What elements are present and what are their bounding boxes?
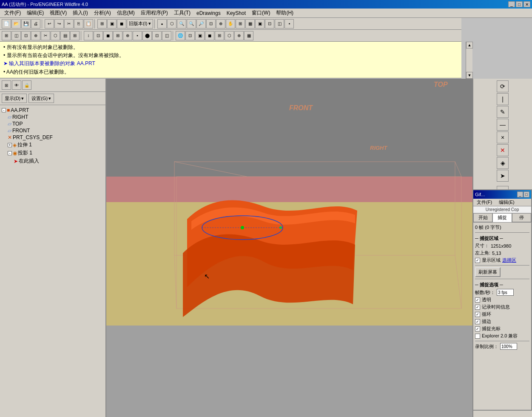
scroll-down[interactable]: ▼ [466, 72, 473, 79]
hidden-btn[interactable]: ▣ [107, 19, 117, 29]
t2-20[interactable]: ▣ [195, 31, 205, 40]
gif-menu-file[interactable]: 文件(F) [475, 199, 494, 206]
tree-item-csys[interactable]: ✕ PRT_CSYS_DEF [2, 134, 104, 141]
rt-btn-8[interactable]: ➤ [497, 170, 509, 182]
repaint-btn[interactable]: ⊞ [97, 19, 107, 29]
tree-item-aa-prt[interactable]: - ■ AA.PRT [2, 107, 104, 114]
orient-btn[interactable]: ⊕ [216, 19, 225, 29]
tree-item-extrude[interactable]: + ◈ 拉伸 1 [2, 141, 104, 149]
feat-btn[interactable]: ⬥ [157, 19, 167, 29]
tree-item-project[interactable]: - ◉ 投影 1 [2, 149, 104, 157]
viewport[interactable]: TOP FRONT RIGHT [106, 79, 472, 417]
t2-12[interactable]: ⊞ [113, 31, 122, 40]
t2-24[interactable]: ⊕ [234, 31, 244, 40]
t2-15[interactable]: ⬤ [142, 31, 152, 40]
expand-project[interactable]: - [8, 151, 12, 155]
t2-1[interactable]: ⊞ [2, 31, 11, 40]
datum-btn[interactable]: ⬡ [167, 19, 176, 29]
t2-18[interactable]: 🌐 [176, 31, 185, 40]
snap-btn[interactable]: ⊞ [236, 19, 245, 29]
t2-3[interactable]: ⊡ [21, 31, 31, 40]
menu-tools[interactable]: 工具(T) [171, 9, 193, 17]
gif-tab-capture[interactable]: 捕捉 [492, 213, 512, 222]
panel-eye-btn[interactable]: 👁 [12, 80, 21, 90]
t2-7[interactable]: ▤ [60, 31, 70, 40]
message-scrollbar[interactable]: ▲ ▼ [466, 42, 472, 79]
menu-edit[interactable]: 编辑(E) [24, 9, 46, 17]
t2-4[interactable]: ⊕ [31, 31, 40, 40]
gif-timestamp-checkbox[interactable] [475, 305, 480, 310]
expand-aa-prt[interactable]: - [2, 108, 6, 112]
redo-btn[interactable]: ↪ [54, 19, 64, 29]
gif-cursor-checkbox[interactable] [475, 326, 480, 331]
t2-13[interactable]: ⊕ [123, 31, 132, 40]
t2-5[interactable]: ✂ [41, 31, 50, 40]
version-dropdown[interactable]: 旧版本(I) ▾ [127, 19, 153, 29]
t2-22[interactable]: ⊞ [215, 31, 224, 40]
menu-window[interactable]: 窗口(W) [249, 9, 273, 17]
gif-border-checkbox[interactable] [475, 319, 480, 324]
t2-9[interactable]: ↕ [84, 31, 93, 40]
save-btn[interactable]: 💾 [21, 19, 31, 29]
display-dropdown-btn[interactable]: 显示(D) ▾ [2, 94, 27, 103]
gif-ratio-input[interactable] [500, 343, 517, 350]
gif-explorer-checkbox[interactable] [475, 334, 480, 339]
view3d-btn[interactable]: ▦ [245, 19, 255, 29]
rt-btn-7[interactable]: ◈ [497, 157, 509, 169]
cut-btn[interactable]: ✂ [64, 19, 74, 29]
t2-23[interactable]: ⬡ [225, 31, 234, 40]
minimize-button[interactable]: _ [508, 1, 515, 7]
t2-16[interactable]: ⊡ [152, 31, 162, 40]
pan-btn[interactable]: ✋ [226, 19, 235, 29]
gif-refresh-btn[interactable]: 刷新屏幕 [475, 267, 501, 277]
menu-help[interactable]: 帮助(H) [273, 9, 296, 17]
scroll-up[interactable]: ▲ [466, 42, 473, 49]
rt-btn-3[interactable]: ✎ [497, 106, 509, 118]
menu-keyshot[interactable]: KeyShot [224, 9, 248, 17]
gif-displayarea-checkbox[interactable] [475, 258, 480, 263]
panel-lock-btn[interactable]: 🔒 [22, 80, 31, 90]
menu-insert[interactable]: 插入(I) [70, 9, 90, 17]
t2-17[interactable]: ◫ [162, 31, 171, 40]
maximize-button[interactable]: □ [516, 1, 523, 7]
zoomin-btn[interactable]: 🔍 [187, 19, 196, 29]
zoomout-btn[interactable]: 🔎 [196, 19, 206, 29]
rt-btn-1[interactable]: ⟳ [497, 80, 509, 92]
t2-19[interactable]: ⊡ [185, 31, 195, 40]
undo-btn[interactable]: ↩ [45, 19, 54, 29]
titlebar-controls[interactable]: _ □ ✕ [508, 1, 530, 7]
menu-apps[interactable]: 应用程序(P) [138, 9, 171, 17]
gif-maximize-btn[interactable]: □ [523, 191, 529, 197]
menu-file[interactable]: 文件(F) [2, 9, 23, 17]
gif-loop-checkbox[interactable] [475, 312, 480, 317]
tree-item-top[interactable]: ▱ TOP [2, 120, 104, 127]
menu-edrawings[interactable]: eDrawings [194, 9, 223, 17]
gif-menu-edit[interactable]: 编辑(E) [497, 199, 516, 206]
t2-25[interactable]: ▦ [244, 31, 253, 40]
gif-tab-stop[interactable]: 停 [512, 213, 531, 222]
gif-minimize-btn[interactable]: _ [517, 191, 523, 197]
menu-view[interactable]: 视图(V) [47, 9, 69, 17]
spin-btn[interactable]: 🔍 [177, 19, 186, 29]
print-btn[interactable]: 🖨 [31, 19, 40, 29]
expand-extrude[interactable]: + [8, 143, 12, 147]
gif-panel-title-controls[interactable]: _ □ [517, 191, 529, 197]
tree-item-insert-here[interactable]: ➤ 在此插入 [2, 157, 104, 165]
t2-14[interactable]: ▪ [133, 31, 142, 40]
extra1-btn[interactable]: ▪ [284, 19, 294, 29]
gif-transparent-checkbox[interactable] [475, 297, 480, 303]
paste-btn[interactable]: 📋 [84, 19, 93, 29]
close-button[interactable]: ✕ [523, 1, 530, 7]
t2-2[interactable]: ◫ [11, 31, 21, 40]
gif-fps-input[interactable] [497, 289, 514, 296]
t2-10[interactable]: ⊡ [94, 31, 103, 40]
t2-6[interactable]: ⬡ [51, 31, 60, 40]
menu-info[interactable]: 信息(M) [114, 9, 137, 17]
panel-grid-btn[interactable]: ⊞ [2, 80, 11, 90]
shade-btn[interactable]: ◼ [117, 19, 126, 29]
rt-btn-5[interactable]: × [497, 131, 509, 143]
fit-btn[interactable]: ⊡ [206, 19, 216, 29]
gif-select-btn[interactable]: 选择区 [502, 257, 516, 263]
rt-btn-6[interactable]: ✕ [497, 144, 509, 156]
gif-tab-start[interactable]: 开始 [473, 213, 492, 222]
